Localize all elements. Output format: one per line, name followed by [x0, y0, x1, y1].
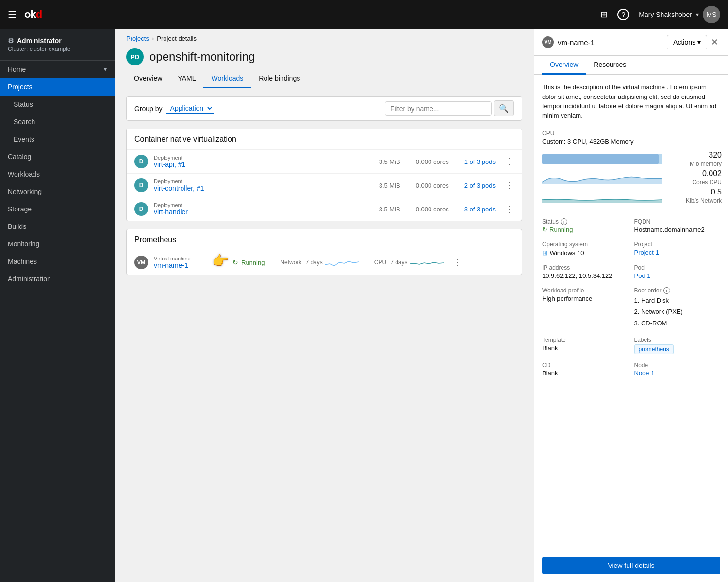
detail-pod: Pod Pod 1 [634, 264, 721, 279]
breadcrumb-current: Project details [157, 35, 197, 42]
avatar: MS [703, 6, 720, 23]
workload-pods[interactable]: 3 of 3 pods [464, 206, 496, 213]
sidebar-item-networking[interactable]: Networking [0, 183, 115, 200]
deployment-icon: D [134, 202, 148, 216]
os-value: ⊞ Windows 10 [542, 249, 629, 257]
filter-search: 🔍 [385, 100, 514, 116]
fqdn-value: Hostname.domainname2 [634, 226, 721, 233]
project-value[interactable]: Project 1 [634, 249, 721, 256]
table-row: D Deployment virt-api, #1 3.5 MiB 0.000 … [127, 150, 522, 174]
sidebar: ⚙ Administrator Cluster: cluster-example… [0, 29, 115, 582]
sidebar-item-storage[interactable]: Storage [0, 200, 115, 218]
view-full-details-button[interactable]: View full details [542, 557, 720, 574]
breadcrumb-separator: › [152, 35, 154, 42]
admin-title: ⚙ Administrator [8, 37, 107, 45]
sidebar-item-catalog[interactable]: Catalog [0, 148, 115, 165]
memory-chart-svg [542, 152, 673, 166]
actions-button[interactable]: Actions ▾ [667, 35, 707, 49]
labels-label: Labels [634, 337, 721, 343]
user-name: Mary Shakshober [639, 11, 692, 18]
kebab-menu-vm[interactable]: ⋮ [453, 257, 462, 268]
panel-header: VM vm-name-1 Actions ▾ ✕ [534, 29, 728, 56]
network-bar [542, 189, 673, 203]
memory-metric: 320 Mib memory [678, 151, 722, 167]
workload-type: Deployment [154, 178, 232, 184]
sidebar-item-projects[interactable]: Projects [0, 78, 115, 96]
network-label: Network [280, 259, 301, 266]
pod-value[interactable]: Pod 1 [634, 272, 721, 279]
fqdn-label: FQDN [634, 218, 721, 225]
hamburger-icon[interactable]: ☰ [8, 9, 17, 20]
boot-order-label: Boot order i [634, 287, 721, 294]
sidebar-item-workloads[interactable]: Workloads [0, 165, 115, 183]
vm-row[interactable]: VM Virtual machine vm-name-1 ↻ Running N… [127, 250, 522, 275]
detail-os: Operating system ⊞ Windows 10 [542, 241, 629, 257]
pod-label: Pod [634, 264, 721, 271]
sidebar-item-machines[interactable]: Machines [0, 253, 115, 270]
project-label: Project [634, 241, 721, 248]
template-label: Template [542, 337, 629, 343]
detail-node: Node Node 1 [634, 362, 721, 377]
sidebar-item-monitoring[interactable]: Monitoring [0, 235, 115, 253]
workload-name[interactable]: virt-api, #1 [154, 161, 232, 168]
workload-name[interactable]: virt-controller, #1 [154, 184, 232, 192]
vm-name-link[interactable]: vm-name-1 [154, 261, 212, 269]
sidebar-item-administration[interactable]: Administration [0, 270, 115, 288]
network-days: 7 days [305, 259, 322, 266]
filter-bar: Group by Application 🔍 [126, 96, 522, 121]
help-icon[interactable]: ? [617, 9, 629, 20]
detail-project: Project Project 1 [634, 241, 721, 257]
search-input[interactable] [385, 101, 492, 116]
workload-cores: 0.000 cores [416, 158, 449, 165]
sidebar-item-status[interactable]: Status [0, 96, 115, 113]
sidebar-item-home[interactable]: Home ▾ [0, 61, 115, 78]
sidebar-item-events[interactable]: Events [0, 130, 115, 148]
panel-tabs: Overview Resources [534, 56, 728, 75]
grid-icon[interactable]: ⊞ [600, 9, 608, 20]
status-label: Status i [542, 218, 629, 225]
cpu-days: 7 days [390, 259, 407, 266]
project-badge: PD [126, 48, 144, 65]
tab-overview[interactable]: Overview [126, 69, 170, 88]
boot-order-list: 1. Hard Disk 2. Network (PXE) 3. CD-ROM [634, 295, 721, 329]
tab-yaml[interactable]: YAML [170, 69, 203, 88]
cpu-label: CPU [374, 259, 386, 266]
user-menu[interactable]: Mary Shakshober ▾ MS [639, 6, 720, 23]
main-content: Projects › Project details PD openshift-… [115, 29, 534, 582]
panel-tab-overview[interactable]: Overview [542, 56, 586, 75]
kebab-menu[interactable]: ⋮ [505, 156, 514, 167]
sidebar-item-search[interactable]: Search [0, 113, 115, 130]
network-metric: 0.5 Kib/s Network [678, 188, 722, 204]
workload-pods[interactable]: 1 of 3 pods [464, 158, 496, 165]
cpu-chart-svg [410, 255, 444, 270]
detail-grid: Status i ↻ Running FQDN Hostname.domainn… [542, 218, 720, 377]
sidebar-nav: Home ▾ Projects Status Search Events Cat… [0, 61, 115, 582]
kebab-menu[interactable]: ⋮ [505, 204, 514, 214]
vm-type: Virtual machine [154, 256, 212, 261]
search-button[interactable]: 🔍 [494, 100, 514, 116]
group-by-select[interactable]: Application [166, 103, 214, 114]
section-cnv: Container native virtualization D Deploy… [126, 129, 522, 221]
panel-vm-name: vm-name-1 [558, 38, 595, 47]
close-button[interactable]: ✕ [709, 35, 720, 49]
tab-role-bindings[interactable]: Role bindings [251, 69, 308, 88]
node-value[interactable]: Node 1 [634, 370, 721, 377]
kebab-menu[interactable]: ⋮ [505, 180, 514, 191]
section-prometheus: Prometheus VM Virtual machine vm-name-1 … [126, 229, 522, 275]
topnav-icons: ⊞ ? Mary Shakshober ▾ MS [600, 6, 720, 23]
detail-fqdn: FQDN Hostname.domainname2 [634, 218, 721, 233]
detail-ip: IP address 10.9.62.122, 10.5.34.122 [542, 264, 629, 279]
workload-mib: 3.5 MiB [379, 182, 400, 189]
section-cnv-header: Container native virtualization [127, 129, 522, 150]
detail-labels: Labels prometheus [634, 337, 721, 354]
vm-icon: VM [134, 256, 148, 269]
breadcrumb-projects[interactable]: Projects [126, 35, 149, 42]
workload-pods[interactable]: 2 of 3 pods [464, 182, 496, 189]
cpu-metric: 0.002 Cores CPU [678, 169, 722, 186]
workload-name[interactable]: virt-handler [154, 208, 232, 216]
cpu-bar [542, 171, 673, 184]
workload-type: Deployment [154, 155, 232, 161]
tab-workloads[interactable]: Workloads [203, 69, 251, 88]
sidebar-item-builds[interactable]: Builds [0, 218, 115, 235]
panel-tab-resources[interactable]: Resources [586, 56, 634, 75]
